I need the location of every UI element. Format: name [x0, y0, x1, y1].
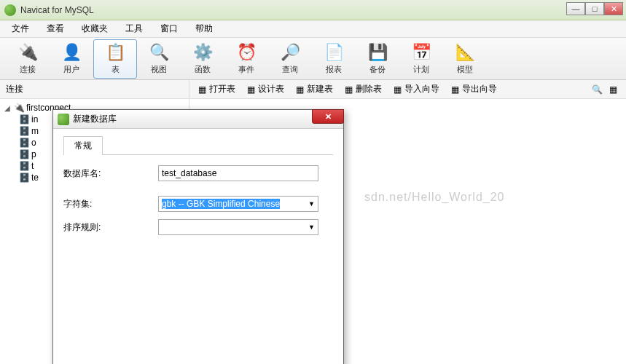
subaction-导入向导[interactable]: ▦导入向导 [388, 82, 444, 97]
tool-icon: 📄 [324, 42, 344, 63]
tool-label: 连接 [20, 64, 36, 75]
charset-label: 字符集: [63, 198, 158, 210]
sub-toolbar: 连接 ▦打开表▦设计表▦新建表▦删除表▦导入向导▦导出向导 🔍 ▦ [0, 80, 626, 99]
tool-报表[interactable]: 📄报表 [312, 39, 356, 79]
tool-icon: ⚙️ [192, 42, 213, 63]
subaction-label: 导出向导 [462, 83, 497, 95]
dialog-icon [58, 114, 69, 125]
collapse-icon[interactable]: ◢ [4, 104, 12, 112]
tab-general[interactable]: 常规 [63, 136, 103, 155]
tool-icon: 📋 [105, 42, 125, 63]
tool-label: 函数 [195, 64, 211, 75]
table-icon: ▦ [294, 84, 305, 95]
dialog-titlebar[interactable]: 新建数据库 ✕ [53, 110, 343, 129]
tool-label: 表 [111, 64, 120, 75]
tree-item-label: o [31, 138, 36, 148]
title-bar: Navicat for MySQL — □ ✕ [0, 0, 626, 20]
menu-view[interactable]: 查看 [38, 20, 73, 37]
tool-函数[interactable]: ⚙️函数 [181, 39, 224, 79]
menu-tools[interactable]: 工具 [117, 20, 152, 37]
dropdown-icon: ▼ [308, 223, 315, 231]
subbar-left-label: 连接 [0, 80, 189, 98]
menu-window[interactable]: 窗口 [152, 20, 187, 37]
collation-label: 排序规则: [63, 221, 158, 234]
window-close-button[interactable]: ✕ [604, 2, 623, 15]
tree-item-label: m [31, 126, 39, 136]
table-icon: ▦ [343, 84, 353, 95]
subaction-新建表[interactable]: ▦新建表 [290, 82, 337, 97]
tool-icon: ⏰ [236, 42, 257, 63]
tool-label: 备份 [369, 64, 386, 75]
charset-value: gbk -- GBK Simplified Chinese [162, 199, 280, 209]
table-icon: ▦ [197, 84, 207, 95]
db-name-input[interactable] [158, 165, 318, 181]
tool-视图[interactable]: 🔍视图 [137, 39, 181, 79]
tool-用户[interactable]: 👤用户 [50, 39, 93, 79]
dropdown-icon: ▼ [308, 200, 315, 207]
main-toolbar: 🔌连接👤用户📋表🔍视图⚙️函数⏰事件🔎查询📄报表💾备份📅计划📐模型 [0, 38, 626, 80]
app-title: Navicat for MySQL [20, 5, 622, 15]
subaction-label: 打开表 [209, 83, 235, 95]
subaction-label: 导入向导 [404, 83, 439, 95]
table-icon: ▦ [246, 84, 256, 95]
maximize-button[interactable]: □ [585, 2, 604, 15]
charset-select[interactable]: gbk -- GBK Simplified Chinese ▼ [158, 196, 318, 212]
app-icon [4, 4, 16, 16]
tool-icon: 👤 [61, 42, 82, 63]
table-icon: ▦ [450, 84, 460, 95]
database-icon: 🗄️ [19, 161, 29, 171]
tree-item-label: t [31, 161, 34, 171]
tool-查询[interactable]: 🔎查询 [268, 39, 312, 79]
subaction-导出向导[interactable]: ▦导出向导 [445, 82, 501, 97]
tool-备份[interactable]: 💾备份 [356, 39, 399, 79]
tool-label: 报表 [326, 64, 342, 75]
minimize-button[interactable]: — [566, 2, 585, 15]
tool-label: 计划 [413, 64, 429, 75]
db-name-label: 数据库名: [63, 167, 158, 180]
subaction-label: 设计表 [258, 83, 284, 95]
tool-icon: 🔌 [17, 42, 38, 63]
tree-item-label: te [31, 173, 39, 183]
tool-模型[interactable]: 📐模型 [443, 39, 487, 79]
tree-item-label: in [31, 114, 38, 124]
tool-label: 模型 [457, 64, 473, 75]
tool-label: 用户 [63, 64, 79, 75]
database-icon: 🗄️ [19, 173, 29, 183]
tool-icon: 💾 [367, 42, 388, 63]
connection-icon: 🔌 [14, 103, 24, 113]
tool-icon: 🔎 [280, 42, 300, 63]
tool-icon: 🔍 [149, 42, 169, 63]
collation-select[interactable]: ▼ [158, 219, 318, 235]
tool-事件[interactable]: ⏰事件 [224, 39, 268, 79]
subaction-设计表[interactable]: ▦设计表 [241, 82, 289, 97]
grid-view-icon[interactable]: ▦ [607, 84, 619, 95]
database-icon: 🗄️ [19, 149, 29, 159]
tool-label: 查询 [282, 64, 298, 75]
database-icon: 🗄️ [19, 126, 29, 136]
tool-icon: 📐 [455, 42, 475, 63]
menu-help[interactable]: 帮助 [187, 20, 222, 37]
watermark: sdn.net/Hello_World_20 [364, 191, 504, 204]
tool-连接[interactable]: 🔌连接 [6, 39, 50, 79]
search-icon[interactable]: 🔍 [591, 84, 603, 95]
table-icon: ▦ [392, 84, 402, 95]
subaction-打开表[interactable]: ▦打开表 [192, 82, 240, 97]
tree-item-label: p [31, 149, 36, 159]
dialog-close-button[interactable]: ✕ [312, 109, 344, 124]
tool-label: 视图 [151, 64, 167, 75]
menu-favorites[interactable]: 收藏夹 [73, 20, 117, 37]
subaction-删除表[interactable]: ▦删除表 [339, 82, 386, 97]
new-database-dialog: 新建数据库 ✕ 常规 数据库名: 字符集: gbk -- GBK Simplif… [52, 109, 344, 364]
tool-表[interactable]: 📋表 [93, 39, 137, 79]
dialog-title-text: 新建数据库 [73, 113, 117, 125]
database-icon: 🗄️ [19, 114, 29, 124]
tool-计划[interactable]: 📅计划 [399, 39, 443, 79]
subaction-label: 新建表 [307, 83, 333, 95]
menu-file[interactable]: 文件 [3, 20, 38, 37]
tool-label: 事件 [238, 64, 254, 75]
menu-bar: 文件 查看 收藏夹 工具 窗口 帮助 [0, 20, 626, 38]
subaction-label: 删除表 [356, 83, 382, 95]
database-icon: 🗄️ [19, 138, 29, 148]
tool-icon: 📅 [411, 42, 431, 63]
